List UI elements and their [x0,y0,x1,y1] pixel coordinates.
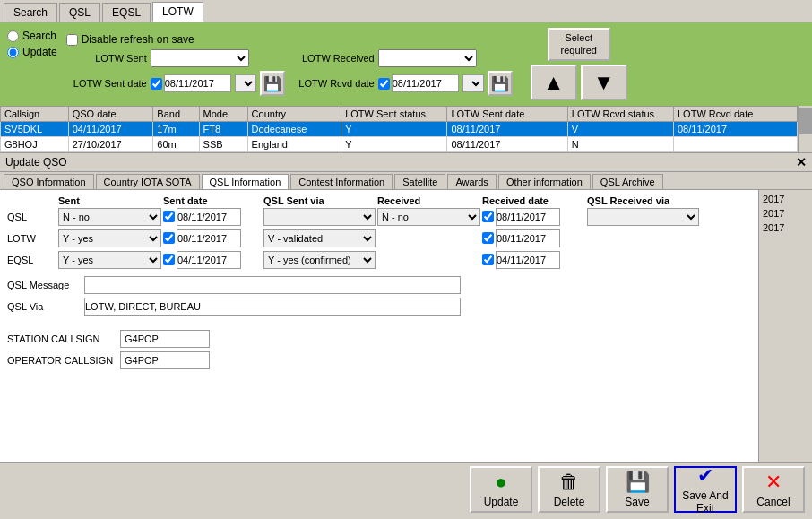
eqsl-received-date-check[interactable] [482,254,494,265]
lotw-sent-label: LOTW Sent [66,53,147,64]
lotw-rcvd-date-row: LOTW Rcvd date ▼ 💾 [294,71,513,96]
col-band: Band [153,106,199,121]
lotw-received-date-input[interactable] [496,229,560,247]
arrow-down-btn[interactable]: ▼ [581,65,627,100]
qsl-via-input[interactable] [84,298,461,316]
eqsl-sent-via-select[interactable]: Y - yes (confirmed) [263,251,376,269]
update-qso-bar: Update QSO ✕ [0,152,812,172]
lotw-received-date-check[interactable] [482,232,494,244]
col-mode: Mode [199,106,247,121]
lotw-sent-date-field [163,229,262,247]
tab-satellite[interactable]: Satellite [394,174,445,189]
qsl-sent-via-select[interactable] [263,208,376,226]
qsl-message-input[interactable] [84,276,461,294]
lotw-rcvd-save-btn[interactable]: 💾 [488,71,513,96]
operator-callsign-input[interactable] [120,351,210,369]
lotw-received-select[interactable] [378,49,477,67]
operator-callsign-label: OPERATOR CALLSIGN [7,355,115,366]
qsl-received-date [482,208,585,226]
lotw-sent-date-check2[interactable] [163,232,175,244]
eqsl-row: EQSL Y - yes Y - yes (confirmed) [7,251,751,269]
lotw-rcvd-date-check[interactable] [378,78,390,90]
cell-rcvd-date [673,136,797,151]
col-h-received-date: Received date [482,195,585,206]
save-exit-btn[interactable]: ✔ Save And Exit [674,466,737,513]
disable-refresh-check[interactable]: Disable refresh on save [66,33,285,46]
save-btn[interactable]: 💾 Save [606,466,669,513]
station-section: STATION CALLSIGN OPERATOR CALLSIGN [7,330,751,369]
tab-country-iota[interactable]: Country IOTA SOTA [96,174,200,189]
side-date-3: 2017 [761,221,810,235]
lotw-rcvd-date-year-select[interactable]: ▼ [462,74,484,92]
qsl-received-date-check[interactable] [482,211,494,222]
tab-lotw[interactable]: LOTW [152,2,203,22]
eqsl-received-date-input[interactable] [496,251,560,269]
lotw-rcvd-date-input[interactable] [392,74,459,92]
cancel-icon: ✕ [765,471,782,494]
update-radio-label: Update [22,46,57,58]
arrow-up-btn[interactable]: ▲ [531,65,577,100]
table-wrapper: Callsign QSO date Band Mode Country LOTW… [0,106,812,152]
tab-other[interactable]: Other information [498,174,591,189]
eqsl-sent-date-check[interactable] [163,254,175,265]
qso-tab-bar: QSO Information Country IOTA SOTA QSL In… [0,172,812,190]
select-required-btn[interactable]: Select required [548,28,610,61]
update-btn[interactable]: ● Update [470,466,532,513]
cancel-btn-label: Cancel [756,496,790,508]
cell-mode: SSB [199,136,247,151]
qsl-received-select[interactable]: N - no [377,208,480,226]
tab-eqsl[interactable]: EQSL [102,3,151,22]
lotw-sent-date-input[interactable] [164,74,231,92]
tab-qsl-information[interactable]: QSL Information [202,174,289,189]
col-h-qsl-rcvd-via: QSL Received via [587,195,699,206]
col-h-blank [7,195,56,206]
eqsl-sent-date-input[interactable] [177,251,241,269]
save-exit-icon: ✔ [697,464,713,488]
search-radio-input[interactable] [7,30,19,42]
spacer [7,319,751,330]
col-h-qsl-sent-via: QSL Sent via [263,195,376,206]
delete-btn[interactable]: 🗑 Delete [538,466,600,513]
lotw-sent-select[interactable] [151,49,249,67]
table-area: Callsign QSO date Band Mode Country LOTW… [0,106,798,152]
close-update-qso[interactable]: ✕ [796,155,807,169]
update-radio[interactable]: Update [7,46,57,58]
station-callsign-input[interactable] [120,330,210,348]
lotw-sent-via-select[interactable]: V - validated [263,229,376,247]
tab-search[interactable]: Search [4,3,57,22]
cell-country: Dodecanese [247,121,341,136]
search-radio[interactable]: Search [7,30,57,42]
radio-group: Search Update [7,28,57,58]
lotw-sent-date-label: LOTW Sent date [66,78,147,89]
table-scrollbar[interactable] [798,106,812,152]
tab-awards[interactable]: Awards [447,174,496,189]
lotw-sent-row: LOTW Sent [66,49,285,67]
lotw-sent-date-input2[interactable] [177,229,241,247]
col-country: Country [247,106,341,121]
cell-callsign: SV5DKL [1,121,69,136]
table-row[interactable]: SV5DKL 04/11/2017 17m FT8 Dodecanese Y 0… [1,121,798,136]
lotw-sent-save-btn[interactable]: 💾 [260,71,285,96]
qsl-received-date-input[interactable] [496,208,560,226]
col-sent-date: LOTW Sent date [447,106,567,121]
qsl-via-label: QSL Via [7,301,79,312]
qsl-sent-select[interactable]: N - no [58,208,161,226]
qsl-rcvd-via-select[interactable] [587,208,699,226]
lotw-sent-date-year-select[interactable]: ▼ [235,74,256,92]
eqsl-sent-status-select[interactable]: Y - yes [58,251,161,269]
qsl-message-label: QSL Message [7,280,79,290]
table-row[interactable]: G8HOJ 27/10/2017 60m SSB England Y 08/11… [1,136,798,151]
tab-qsl-archive[interactable]: QSL Archive [592,174,663,189]
tab-qsl[interactable]: QSL [59,3,100,22]
lotw-sent-status-select[interactable]: Y - yes [58,229,161,247]
cancel-btn[interactable]: ✕ Cancel [742,466,805,513]
disable-refresh-input[interactable] [66,34,78,46]
tab-contest[interactable]: Contest Information [290,174,393,189]
qsl-sent-date-input[interactable] [177,208,241,226]
tab-qso-information[interactable]: QSO Information [4,174,94,189]
lotw-sent-date-check[interactable] [151,78,162,90]
cell-sent-date: 08/11/2017 [447,136,567,151]
qsl-sent-date-check[interactable] [163,211,175,222]
side-date-2: 2017 [761,206,810,221]
update-radio-input[interactable] [7,47,19,58]
